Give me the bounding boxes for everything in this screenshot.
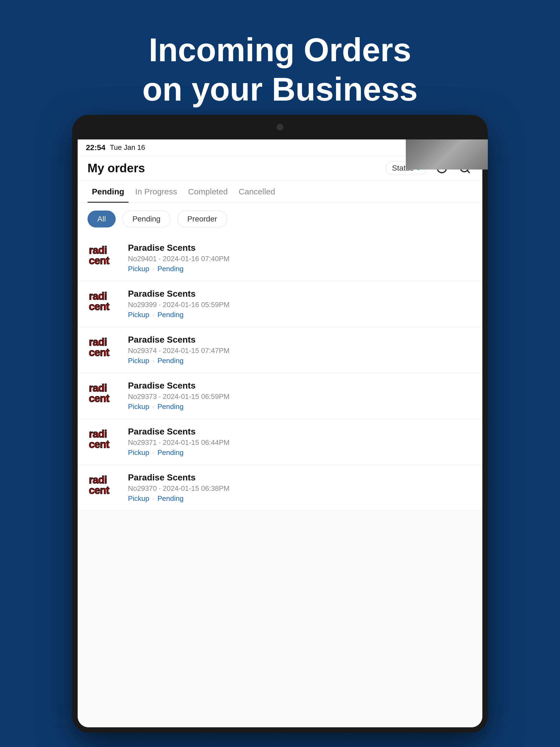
order-store-name: Paradise Scents bbox=[128, 381, 473, 391]
hero-title-line2: on your Business bbox=[0, 70, 560, 109]
order-meta: No29373 · 2024-01-15 06:59PM bbox=[128, 392, 473, 401]
filter-pending[interactable]: Pending bbox=[122, 210, 171, 228]
order-meta: No29399 · 2024-01-16 05:59PM bbox=[128, 301, 473, 309]
order-logo: radi cent bbox=[87, 290, 120, 318]
order-info: Paradise Scents No29401 · 2024-01-16 07:… bbox=[128, 243, 473, 273]
order-info: Paradise Scents No29374 · 2024-01-15 07:… bbox=[128, 335, 473, 365]
filter-all[interactable]: All bbox=[87, 210, 116, 228]
app-title: My orders bbox=[87, 161, 145, 175]
order-tags: Pickup · Pending bbox=[128, 403, 473, 411]
tab-cancelled[interactable]: Cancelled bbox=[234, 180, 279, 203]
tablet-frame: 22:54 Tue Jan 16 100% ⚡ bbox=[72, 115, 488, 733]
tablet-bezel-top bbox=[72, 115, 488, 139]
order-logo: radi cent bbox=[87, 244, 120, 272]
order-logo: radi cent bbox=[87, 474, 120, 501]
order-tags: Pickup · Pending bbox=[128, 311, 473, 319]
order-tags: Pickup · Pending bbox=[128, 494, 473, 503]
order-item[interactable]: radi cent Paradise Scents No29401 · 2024… bbox=[78, 235, 482, 281]
order-tags: Pickup · Pending bbox=[128, 357, 473, 365]
tabs-bar: Pending In Progress Completed Cancelled bbox=[78, 180, 482, 203]
order-meta: No29371 · 2024-01-15 06:44PM bbox=[128, 438, 473, 447]
order-logo: radi cent bbox=[87, 336, 120, 364]
svg-line-1 bbox=[467, 170, 469, 173]
order-meta: No29370 · 2024-01-15 06:38PM bbox=[128, 484, 473, 493]
order-item[interactable]: radi cent Paradise Scents No29370 · 2024… bbox=[78, 465, 482, 511]
hero-title-line1: Incoming Orders bbox=[0, 30, 560, 70]
order-logo: radi cent bbox=[87, 382, 120, 410]
order-store-name: Paradise Scents bbox=[128, 427, 473, 437]
order-item[interactable]: radi cent Paradise Scents No29374 · 2024… bbox=[78, 327, 482, 373]
order-store-name: Paradise Scents bbox=[128, 335, 473, 345]
order-tags: Pickup · Pending bbox=[128, 448, 473, 457]
order-info: Paradise Scents No29370 · 2024-01-15 06:… bbox=[128, 472, 473, 503]
orders-list: radi cent Paradise Scents No29401 · 2024… bbox=[78, 235, 482, 727]
order-tags: Pickup · Pending bbox=[128, 265, 473, 273]
tablet-screen: 22:54 Tue Jan 16 100% ⚡ bbox=[78, 139, 482, 727]
tab-completed[interactable]: Completed bbox=[184, 180, 232, 203]
order-meta: No29374 · 2024-01-15 07:47PM bbox=[128, 346, 473, 355]
order-item[interactable]: radi cent Paradise Scents No29371 · 2024… bbox=[78, 419, 482, 465]
order-store-name: Paradise Scents bbox=[128, 472, 473, 483]
tab-in-progress[interactable]: In Progress bbox=[131, 180, 181, 203]
order-info: Paradise Scents No29399 · 2024-01-16 05:… bbox=[128, 289, 473, 319]
front-camera bbox=[277, 124, 283, 130]
status-time: 22:54 bbox=[86, 143, 105, 152]
order-info: Paradise Scents No29373 · 2024-01-15 06:… bbox=[128, 381, 473, 411]
hero-section: Incoming Orders on your Business bbox=[0, 0, 560, 109]
filter-preorder[interactable]: Preorder bbox=[177, 210, 227, 228]
order-store-name: Paradise Scents bbox=[128, 289, 473, 299]
tab-pending[interactable]: Pending bbox=[87, 180, 128, 203]
screen-content: 22:54 Tue Jan 16 100% ⚡ bbox=[78, 139, 482, 727]
order-logo: radi cent bbox=[87, 428, 120, 456]
order-item[interactable]: radi cent Paradise Scents No29373 · 2024… bbox=[78, 373, 482, 419]
filter-bar: All Pending Preorder bbox=[78, 203, 482, 235]
order-meta: No29401 · 2024-01-16 07:40PM bbox=[128, 255, 473, 263]
order-store-name: Paradise Scents bbox=[128, 243, 473, 253]
status-date: Tue Jan 16 bbox=[110, 143, 145, 152]
order-item[interactable]: radi cent Paradise Scents No29399 · 2024… bbox=[78, 281, 482, 327]
tablet-wrapper: 22:54 Tue Jan 16 100% ⚡ bbox=[72, 115, 488, 733]
order-info: Paradise Scents No29371 · 2024-01-15 06:… bbox=[128, 427, 473, 457]
